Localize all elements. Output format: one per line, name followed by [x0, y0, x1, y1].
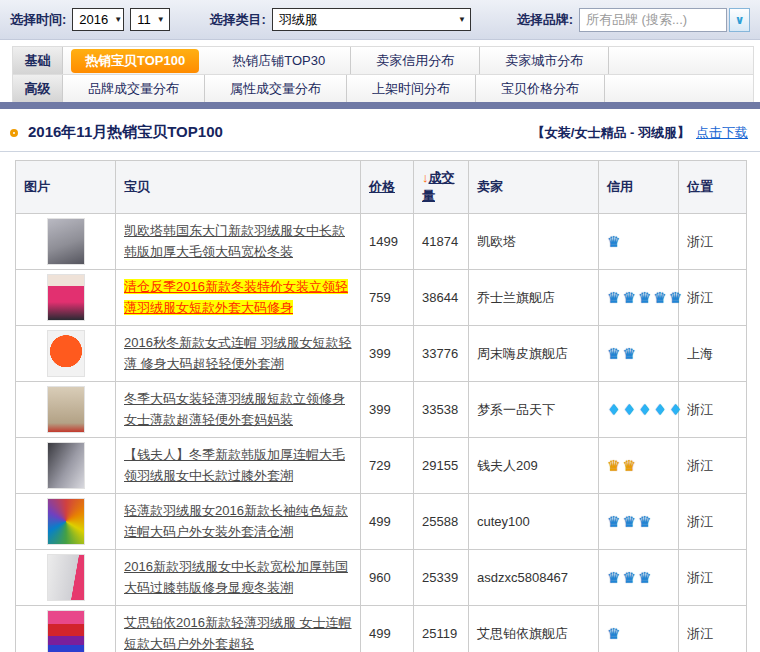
tab-attribute-volume-distribution[interactable]: 属性成交量分布 — [205, 75, 347, 102]
seller-cell: asdzxc5808467 — [469, 550, 599, 606]
credit-cell: ♛♛♛♛♛ — [599, 270, 679, 326]
tab-brand-volume-distribution[interactable]: 品牌成交量分布 — [63, 75, 205, 102]
product-title-link[interactable]: 凯欧塔韩国东大门新款羽绒服女中长款韩版加厚大毛领大码宽松冬装 — [124, 223, 345, 258]
chevron-down-icon: ∨ — [735, 13, 745, 27]
brand-dropdown-button[interactable]: ∨ — [729, 8, 750, 32]
product-title-link[interactable]: 清仓反季2016新款冬装特价女装立领轻薄羽绒服女短款外套大码修身 — [124, 279, 348, 314]
location-cell: 浙江 — [679, 606, 747, 652]
table-row: 凯欧塔韩国东大门新款羽绒服女中长款韩版加厚大毛领大码宽松冬装 1499 4187… — [16, 214, 747, 270]
table-row: 2016秋冬新款女式连帽 羽绒服女短款轻薄 修身大码超轻轻便外套潮 399 33… — [16, 326, 747, 382]
month-select-value: 11 — [137, 12, 151, 27]
title-cell: 2016秋冬新款女式连帽 羽绒服女短款轻薄 修身大码超轻轻便外套潮 — [116, 326, 361, 382]
products-table: 图片 宝贝 价格 ↓成交量 卖家 信用 位置 凯欧塔韩国东大门新款羽绒服女中长款… — [15, 160, 747, 652]
tab-item-price-distribution[interactable]: 宝贝价格分布 — [476, 75, 605, 102]
title-row: 2016年11月热销宝贝TOP100 【女装/女士精品 - 羽绒服】 点击下载 — [0, 109, 760, 152]
price-cell: 399 — [361, 326, 414, 382]
filter-bar: 选择时间: 2016 ▼ 11 ▼ 选择类目: 羽绒服 ▼ 选择品牌: ∨ — [0, 0, 760, 40]
price-cell: 1499 — [361, 214, 414, 270]
price-cell: 499 — [361, 606, 414, 652]
tab-seller-credit-distribution[interactable]: 卖家信用分布 — [351, 47, 480, 74]
product-thumbnail[interactable] — [47, 274, 85, 321]
blue-crown-icon: ♛ — [607, 289, 620, 307]
title-cell: 【钱夫人】冬季新款韩版加厚连帽大毛领羽绒服女中长款过膝外套潮 — [116, 438, 361, 494]
title-cell: 清仓反季2016新款冬装特价女装立领轻薄羽绒服女短款外套大码修身 — [116, 270, 361, 326]
seller-cell: 艾思铂依旗舰店 — [469, 606, 599, 652]
credit-cell: ♛ — [599, 214, 679, 270]
tab-hot-items-top100[interactable]: 热销宝贝TOP100 — [71, 49, 199, 73]
blue-crown-icon: ♛ — [622, 569, 635, 587]
product-title-link[interactable]: 2016秋冬新款女式连帽 羽绒服女短款轻薄 修身大码超轻轻便外套潮 — [124, 335, 352, 370]
header-seller: 卖家 — [469, 161, 599, 214]
tab-hot-shops-top30[interactable]: 热销店铺TOP30 — [207, 47, 351, 74]
year-select-value: 2016 — [79, 12, 108, 27]
bullet-icon — [10, 129, 18, 137]
price-cell: 399 — [361, 382, 414, 438]
credit-cell: ♛♛♛ — [599, 494, 679, 550]
product-title-link[interactable]: 艾思铂依2016新款轻薄羽绒服 女士连帽短款大码户外外套超轻 — [124, 615, 352, 650]
advanced-tabs-label: 高级 — [13, 75, 63, 102]
credit-cell: ♛♛♛ — [599, 550, 679, 606]
product-thumbnail[interactable] — [47, 554, 85, 601]
volume-cell: 41874 — [414, 214, 469, 270]
brand-search-input[interactable] — [579, 8, 727, 32]
price-cell: 960 — [361, 550, 414, 606]
image-cell — [16, 438, 116, 494]
month-select[interactable]: 11 ▼ — [130, 8, 169, 31]
header-price-sort[interactable]: 价格 — [361, 161, 414, 214]
product-title-link[interactable]: 【钱夫人】冬季新款韩版加厚连帽大毛领羽绒服女中长款过膝外套潮 — [124, 447, 345, 482]
tab-row-filler — [609, 47, 753, 74]
brand-filter-label: 选择品牌: — [517, 11, 573, 29]
divider-bar — [0, 102, 760, 109]
product-thumbnail[interactable] — [47, 330, 85, 377]
chevron-down-icon: ▼ — [458, 15, 466, 24]
header-location: 位置 — [679, 161, 747, 214]
brand-combo: ∨ — [579, 8, 750, 32]
page-title: 2016年11月热销宝贝TOP100 — [28, 123, 532, 142]
image-cell — [16, 214, 116, 270]
table-row: 轻薄款羽绒服女2016新款长袖纯色短款连帽大码户外女装外套清仓潮 499 255… — [16, 494, 747, 550]
blue-crown-icon: ♛ — [607, 513, 620, 531]
volume-cell: 25588 — [414, 494, 469, 550]
price-cell: 729 — [361, 438, 414, 494]
blue-crown-icon: ♛ — [669, 289, 682, 307]
title-cell: 艾思铂依2016新款轻薄羽绒服 女士连帽短款大码户外外套超轻 — [116, 606, 361, 652]
image-cell — [16, 606, 116, 652]
blue-crown-icon: ♛ — [638, 289, 651, 307]
product-thumbnail[interactable] — [47, 610, 85, 652]
blue-crown-icon: ♛ — [607, 233, 620, 251]
header-item: 宝贝 — [116, 161, 361, 214]
blue-crown-icon: ♛ — [607, 345, 620, 363]
seller-cell: cutey100 — [469, 494, 599, 550]
product-thumbnail[interactable] — [47, 498, 85, 545]
category-filter-label: 选择类目: — [209, 11, 265, 29]
gold-crown-icon: ♛ — [607, 457, 620, 475]
product-title-link[interactable]: 轻薄款羽绒服女2016新款长袖纯色短款连帽大码户外女装外套清仓潮 — [124, 503, 348, 538]
download-link[interactable]: 点击下载 — [696, 124, 748, 142]
location-cell: 浙江 — [679, 438, 747, 494]
product-title-link[interactable]: 2016新款羽绒服女中长款宽松加厚韩国大码过膝韩版修身显瘦冬装潮 — [124, 559, 348, 594]
product-title-link[interactable]: 冬季大码女装轻薄羽绒服短款立领修身女士薄款超薄轻便外套妈妈装 — [124, 391, 345, 426]
tab-listing-time-distribution[interactable]: 上架时间分布 — [347, 75, 476, 102]
seller-cell: 周末嗨皮旗舰店 — [469, 326, 599, 382]
header-volume-sort[interactable]: ↓成交量 — [414, 161, 469, 214]
advanced-tab-row: 高级 品牌成交量分布 属性成交量分布 上架时间分布 宝贝价格分布 — [12, 74, 754, 102]
seller-cell: 乔士兰旗舰店 — [469, 270, 599, 326]
price-sort-link[interactable]: 价格 — [369, 179, 395, 194]
product-thumbnail[interactable] — [47, 218, 85, 265]
blue-diamond-icon: ♦ — [622, 401, 635, 419]
year-select[interactable]: 2016 ▼ — [72, 8, 124, 31]
tab-seller-city-distribution[interactable]: 卖家城市分布 — [480, 47, 609, 74]
volume-cell: 29155 — [414, 438, 469, 494]
credit-cell: ♛ — [599, 606, 679, 652]
category-select[interactable]: 羽绒服 ▼ — [272, 8, 471, 31]
table-header-row: 图片 宝贝 价格 ↓成交量 卖家 信用 位置 — [16, 161, 747, 214]
chevron-down-icon: ▼ — [114, 15, 122, 24]
price-cell: 499 — [361, 494, 414, 550]
table-row: 清仓反季2016新款冬装特价女装立领轻薄羽绒服女短款外套大码修身 759 386… — [16, 270, 747, 326]
location-cell: 浙江 — [679, 494, 747, 550]
title-cell: 冬季大码女装轻薄羽绒服短款立领修身女士薄款超薄轻便外套妈妈装 — [116, 382, 361, 438]
location-cell: 浙江 — [679, 382, 747, 438]
product-thumbnail[interactable] — [47, 442, 85, 489]
product-thumbnail[interactable] — [47, 386, 85, 433]
volume-cell: 25339 — [414, 550, 469, 606]
